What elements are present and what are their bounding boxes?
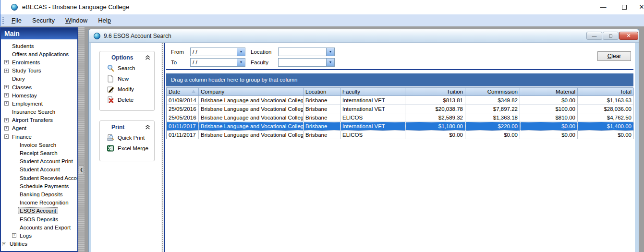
expand-toggle-icon[interactable]: + xyxy=(4,69,9,73)
collapse-chevron-icon[interactable] xyxy=(145,55,150,60)
new-button[interactable]: New xyxy=(100,73,154,84)
sidebar-item-student-received-account[interactable]: Student Recevied Accou xyxy=(1,174,77,182)
edit-pencil-icon xyxy=(107,85,114,93)
sidebar-item-diary[interactable]: Diary xyxy=(1,75,77,83)
dropdown-arrow-icon[interactable]: ▼ xyxy=(237,59,245,66)
print-panel: Print Quick Print Excel Merge xyxy=(99,120,155,161)
table-row[interactable]: 25/05/2016 Brisbane Language and Vocatio… xyxy=(167,113,633,122)
delete-cross-icon xyxy=(107,96,114,104)
delete-button[interactable]: Delete xyxy=(100,95,154,105)
sidebar-item-offers-and-applications[interactable]: Offers and Applications xyxy=(1,50,77,58)
modify-button[interactable]: Modify xyxy=(100,84,154,95)
options-panel: Options Search New Modify Delete xyxy=(99,51,155,111)
collapse-chevron-icon[interactable] xyxy=(145,125,150,130)
menu-security[interactable]: Security xyxy=(27,15,60,25)
sidebar-item-receipt-search[interactable]: Receipt Search xyxy=(1,149,77,157)
sidebar-item-esos-deposits[interactable]: ESOS Deposits xyxy=(1,215,77,223)
maximize-button[interactable] xyxy=(614,0,634,14)
from-date-input[interactable]: / / ▼ xyxy=(190,48,245,56)
sidebar-item-students[interactable]: Students xyxy=(1,42,77,50)
expand-toggle-icon[interactable]: + xyxy=(4,85,9,89)
column-header-tuition[interactable]: Tuition xyxy=(405,88,465,96)
column-header-location[interactable]: Location xyxy=(304,88,340,96)
sidebar-item-accounts-and-export[interactable]: Accounts and Export xyxy=(1,223,77,231)
column-header-commission[interactable]: Commission xyxy=(465,88,520,96)
to-label: To xyxy=(171,60,177,65)
sidebar-item-airport-transfers[interactable]: +Airport Transfers xyxy=(1,116,77,124)
sidebar-collapse-icon[interactable]: ❮ xyxy=(79,166,84,174)
sidebar-header: Main xyxy=(1,28,77,39)
new-page-icon xyxy=(107,75,114,83)
faculty-select[interactable]: ▼ xyxy=(278,58,335,67)
close-button[interactable]: ✕ xyxy=(635,0,644,14)
app-icon xyxy=(11,4,18,11)
child-close-button[interactable]: ✕ xyxy=(619,32,638,40)
sidebar-item-income-recognition[interactable]: Income Recognition xyxy=(1,199,77,207)
location-label: Location xyxy=(251,49,271,55)
column-header-faculty[interactable]: Faculty xyxy=(340,88,405,96)
dropdown-arrow-icon[interactable]: ▼ xyxy=(326,59,334,66)
expand-toggle-icon[interactable]: + xyxy=(4,60,9,64)
expand-toggle-icon[interactable]: + xyxy=(4,118,9,122)
table-row[interactable]: 01/09/2014 Brisbane Language and Vocatio… xyxy=(167,96,633,105)
dropdown-arrow-icon[interactable]: ▼ xyxy=(237,48,245,56)
minimize-button[interactable]: — xyxy=(593,0,613,14)
expand-toggle-icon[interactable]: + xyxy=(12,233,16,238)
sidebar-item-finance[interactable]: -Finance xyxy=(1,132,77,141)
column-header-total[interactable]: Total xyxy=(578,88,634,96)
sidebar-item-enrolments[interactable]: +Enrolments xyxy=(1,58,77,66)
main-sidebar: Main Students Offers and Applications +E… xyxy=(0,27,78,252)
search-button[interactable]: Search xyxy=(100,63,154,73)
sidebar-item-homestay[interactable]: +Homestay xyxy=(1,91,77,99)
sidebar-item-banking-deposits[interactable]: Banking Deposits xyxy=(1,190,77,198)
panel-splitter[interactable] xyxy=(161,43,165,252)
menu-file[interactable]: File xyxy=(6,15,27,25)
group-by-bar[interactable]: Drag a column header here to group by th… xyxy=(166,73,633,86)
child-restore-button[interactable] xyxy=(603,32,619,40)
sidebar-item-logs[interactable]: +Logs xyxy=(1,231,77,240)
sidebar-item-classes[interactable]: +Classes xyxy=(1,83,77,91)
sidebar-item-employment[interactable]: +Employment xyxy=(1,99,77,108)
divider xyxy=(166,69,633,70)
sidebar-item-invoice-search[interactable]: Invoice Search xyxy=(1,141,77,149)
clear-button[interactable]: Clear xyxy=(597,51,631,61)
table-row-selected[interactable]: 01/11/2017 Brisbane Language and Vocatio… xyxy=(167,122,633,131)
navigation-tree: Students Offers and Applications +Enrolm… xyxy=(1,39,77,248)
column-header-material[interactable]: Material xyxy=(520,88,578,96)
column-header-company[interactable]: Company xyxy=(199,88,304,96)
sidebar-item-esos-account[interactable]: ESOS Account xyxy=(1,207,77,215)
expand-toggle-icon[interactable]: + xyxy=(4,126,9,131)
sidebar-item-utilities[interactable]: +Utilities xyxy=(1,240,77,248)
excel-icon xyxy=(107,144,114,152)
quick-print-button[interactable]: Quick Print xyxy=(100,132,154,143)
child-window-titlebar[interactable]: 9.6 ESOS Account Search — ✕ xyxy=(89,29,639,43)
child-window-content: Options Search New Modify Delete xyxy=(91,43,635,252)
sidebar-item-study-tours[interactable]: +Study Tours xyxy=(1,67,77,75)
menu-window[interactable]: Window xyxy=(60,15,93,25)
sidebar-item-insurance-search[interactable]: Insurance Search xyxy=(1,108,77,116)
excel-merge-button[interactable]: Excel Merge xyxy=(100,143,154,154)
dropdown-arrow-icon[interactable]: ▼ xyxy=(326,48,334,56)
print-panel-header[interactable]: Print xyxy=(100,121,154,132)
app-title: eBECAS - Brisbane Language College xyxy=(22,3,129,11)
sidebar-item-agent[interactable]: +Agent xyxy=(1,124,77,132)
sidebar-item-student-account[interactable]: Student Account xyxy=(1,166,77,174)
location-select[interactable]: ▼ xyxy=(278,48,335,56)
sidebar-item-student-account-print[interactable]: Student Account Print xyxy=(1,157,77,166)
column-header-date[interactable]: Date xyxy=(167,88,199,96)
child-minimize-button[interactable]: — xyxy=(586,32,602,40)
sidebar-splitter[interactable] xyxy=(78,27,85,252)
app-titlebar: eBECAS - Brisbane Language College — ✕ xyxy=(0,0,644,14)
menu-help[interactable]: Help xyxy=(93,15,116,25)
table-row[interactable]: 01/11/2017 Brisbane Language and Vocatio… xyxy=(167,131,633,139)
sidebar-item-schedule-payments[interactable]: Schedule Payments xyxy=(1,182,77,190)
magnifier-icon xyxy=(107,64,114,72)
options-panel-header[interactable]: Options xyxy=(100,51,154,63)
to-date-input[interactable]: / / ▼ xyxy=(190,58,245,67)
faculty-label: Faculty xyxy=(251,60,268,65)
expand-toggle-icon[interactable]: + xyxy=(4,93,9,97)
collapse-toggle-icon[interactable]: - xyxy=(4,134,9,139)
expand-toggle-icon[interactable]: + xyxy=(4,101,9,106)
table-row[interactable]: 25/05/2016 Brisbane Language and Vocatio… xyxy=(167,105,633,113)
expand-toggle-icon[interactable]: + xyxy=(2,242,6,246)
